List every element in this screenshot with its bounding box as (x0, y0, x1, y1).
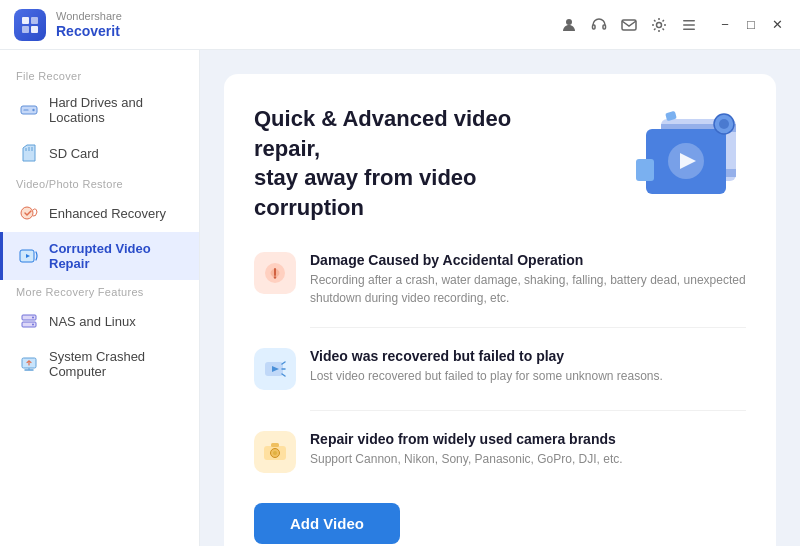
main-layout: File Recover Hard Drives and Locations (0, 50, 800, 546)
svg-rect-7 (622, 20, 636, 30)
sidebar-item-corrupted-video[interactable]: Corrupted Video Repair (0, 232, 199, 280)
feature-text-accidental: Damage Caused by Accidental Operation Re… (310, 252, 746, 307)
section-video-photo: Video/Photo Restore (0, 172, 199, 194)
svg-rect-5 (593, 25, 596, 29)
features-list: Damage Caused by Accidental Operation Re… (254, 252, 746, 473)
svg-rect-1 (31, 17, 38, 24)
user-icon[interactable] (560, 16, 578, 34)
sidebar: File Recover Hard Drives and Locations (0, 50, 200, 546)
sidebar-label-hard-drives: Hard Drives and Locations (49, 95, 183, 125)
hero-section: Quick & Advanced video repair, stay away… (254, 104, 746, 224)
svg-point-36 (719, 119, 729, 129)
app-name: Wondershare Recoverit (56, 10, 122, 40)
svg-rect-37 (636, 159, 654, 181)
sidebar-item-hard-drives[interactable]: Hard Drives and Locations (0, 86, 199, 134)
system-crashed-icon (19, 354, 39, 374)
feature-title-camera-brands: Repair video from widely used camera bra… (310, 431, 623, 447)
feature-item-failed-play: Video was recovered but failed to play L… (254, 348, 746, 390)
feature-text-camera-brands: Repair video from widely used camera bra… (310, 431, 623, 468)
svg-rect-6 (603, 25, 606, 29)
close-button[interactable]: ✕ (768, 16, 786, 34)
feature-desc-camera-brands: Support Cannon, Nikon, Sony, Panasonic, … (310, 450, 623, 468)
svg-rect-10 (683, 24, 695, 26)
svg-rect-0 (22, 17, 29, 24)
svg-rect-9 (683, 20, 695, 22)
feature-item-camera-brands: Repair video from widely used camera bra… (254, 431, 746, 473)
feature-title-accidental: Damage Caused by Accidental Operation (310, 252, 746, 268)
nas-icon (19, 311, 39, 331)
feature-desc-failed-play: Lost video recovered but failed to play … (310, 367, 663, 385)
mail-icon[interactable] (620, 16, 638, 34)
camera-brands-icon (254, 431, 296, 473)
failed-play-icon (254, 348, 296, 390)
feature-desc-accidental: Recording after a crash, water damage, s… (310, 271, 746, 307)
svg-rect-49 (271, 443, 279, 447)
svg-point-40 (274, 276, 276, 278)
svg-rect-2 (22, 26, 29, 33)
svg-point-4 (566, 19, 572, 25)
sidebar-item-system-crashed[interactable]: System Crashed Computer (0, 340, 199, 388)
accidental-icon (254, 252, 296, 294)
section-more-recovery: More Recovery Features (0, 280, 199, 302)
window-controls: − □ ✕ (716, 16, 786, 34)
content-area: Quick & Advanced video repair, stay away… (200, 50, 800, 546)
sidebar-label-enhanced-recovery: Enhanced Recovery (49, 206, 166, 221)
svg-line-43 (282, 362, 285, 364)
app-logo (14, 9, 46, 41)
svg-point-23 (32, 317, 34, 319)
content-card: Quick & Advanced video repair, stay away… (224, 74, 776, 546)
sidebar-label-sd-card: SD Card (49, 146, 99, 161)
titlebar-icons: − □ ✕ (560, 16, 786, 34)
titlebar: Wondershare Recoverit − □ ✕ (0, 0, 800, 50)
svg-point-24 (32, 324, 34, 326)
brand-sub: Wondershare (56, 10, 122, 23)
sd-card-icon (19, 143, 39, 163)
svg-line-45 (282, 374, 285, 376)
titlebar-left: Wondershare Recoverit (14, 9, 122, 41)
sidebar-item-sd-card[interactable]: SD Card (0, 134, 199, 172)
svg-point-18 (21, 207, 33, 219)
divider-1 (310, 327, 746, 328)
svg-point-48 (273, 451, 277, 455)
hero-image (606, 104, 746, 224)
sidebar-item-nas-linux[interactable]: NAS and Linux (0, 302, 199, 340)
hero-text: Quick & Advanced video repair, stay away… (254, 104, 574, 223)
sidebar-label-nas-linux: NAS and Linux (49, 314, 136, 329)
brand-name: Recoverit (56, 23, 122, 40)
settings-icon[interactable] (650, 16, 668, 34)
hero-title: Quick & Advanced video repair, stay away… (254, 104, 574, 223)
feature-item-accidental: Damage Caused by Accidental Operation Re… (254, 252, 746, 307)
menu-icon[interactable] (680, 16, 698, 34)
svg-rect-11 (683, 28, 695, 30)
feature-text-failed-play: Video was recovered but failed to play L… (310, 348, 663, 385)
sidebar-item-enhanced-recovery[interactable]: Enhanced Recovery (0, 194, 199, 232)
enhanced-recovery-icon (19, 203, 39, 223)
add-video-button[interactable]: Add Video (254, 503, 400, 544)
sidebar-label-corrupted-video: Corrupted Video Repair (49, 241, 183, 271)
svg-rect-3 (31, 26, 38, 33)
support-icon[interactable] (590, 16, 608, 34)
svg-point-13 (32, 109, 34, 111)
corrupted-video-icon (19, 246, 39, 266)
minimize-button[interactable]: − (716, 16, 734, 34)
hdd-icon (19, 100, 39, 120)
section-file-recover: File Recover (0, 64, 199, 86)
sidebar-label-system-crashed: System Crashed Computer (49, 349, 183, 379)
divider-2 (310, 410, 746, 411)
maximize-button[interactable]: □ (742, 16, 760, 34)
feature-title-failed-play: Video was recovered but failed to play (310, 348, 663, 364)
svg-point-8 (657, 22, 662, 27)
